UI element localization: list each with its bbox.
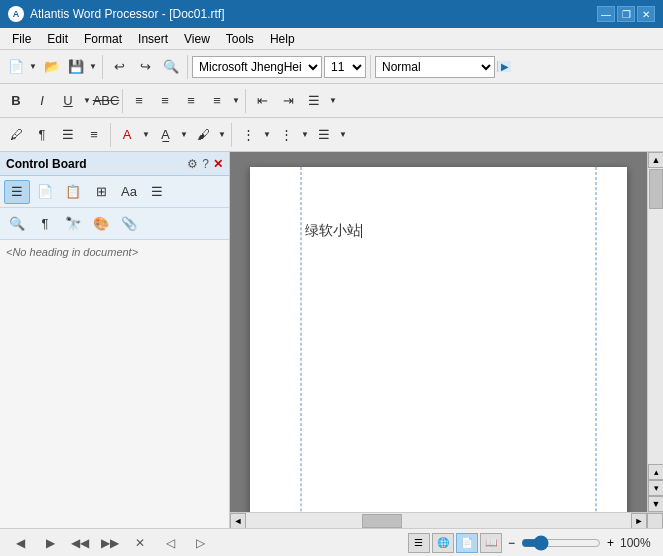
document-text[interactable]: 绿软小站 [305,222,362,240]
cb-clip-btn[interactable]: 📎 [116,212,142,236]
nav-prev2[interactable]: ◀◀ [68,532,92,554]
style-select[interactable]: Normal [375,56,495,78]
indent-right-button[interactable]: ⇥ [276,89,300,113]
view-reading[interactable]: 📖 [480,533,502,553]
hscroll-track[interactable] [246,513,631,528]
bold-button[interactable]: B [4,89,28,113]
document-page[interactable]: 绿软小站 [250,167,627,512]
settings-icon[interactable]: ⚙ [187,157,198,171]
brush-button[interactable]: 🖌 [191,123,215,147]
cb-list-btn[interactable]: ☰ [144,180,170,204]
list-arrow[interactable]: ▼ [328,89,338,113]
cb-outline-btn[interactable]: 📋 [60,180,86,204]
list3-button[interactable]: ≡ [82,123,106,147]
app-logo: A [8,6,24,22]
new-arrow[interactable]: ▼ [28,55,38,79]
nav-next1[interactable]: ▶ [38,532,62,554]
cb-style-btn[interactable]: Aa [116,180,142,204]
cb-table-btn[interactable]: ⊞ [88,180,114,204]
list-indent3[interactable]: ☰ [312,123,336,147]
nav-stop[interactable]: ✕ [128,532,152,554]
list-indent1-arrow[interactable]: ▼ [262,123,272,147]
find-button[interactable]: 🔍 [159,55,183,79]
align-arrow[interactable]: ▼ [231,89,241,113]
view-print[interactable]: 📄 [456,533,478,553]
align-justify-button[interactable]: ≡ [205,89,229,113]
new-button[interactable]: 📄 [4,55,28,79]
indent-left-button[interactable]: ⇤ [250,89,274,113]
redo-button[interactable]: ↪ [133,55,157,79]
font-color-button[interactable]: A [115,123,139,147]
toolbar-expand[interactable]: ▶ [497,61,511,72]
hscroll-thumb[interactable] [362,514,402,528]
menu-view[interactable]: View [176,30,218,48]
close-button[interactable]: ✕ [637,6,655,22]
nav-next2[interactable]: ▶▶ [98,532,122,554]
separator4 [122,89,123,113]
restore-button[interactable]: ❐ [617,6,635,22]
minimize-button[interactable]: — [597,6,615,22]
font-name-select[interactable]: Microsoft JhengHei [192,56,322,78]
cb-doc-btn[interactable]: 📄 [32,180,58,204]
status-left: ◀ ▶ ◀◀ ▶▶ ✕ ◁ ▷ [8,532,212,554]
menu-help[interactable]: Help [262,30,303,48]
view-web[interactable]: 🌐 [432,533,454,553]
align-center-button[interactable]: ≡ [153,89,177,113]
zoom-slider[interactable] [521,535,601,551]
menu-insert[interactable]: Insert [130,30,176,48]
open-button[interactable]: 📂 [40,55,64,79]
scroll-track[interactable] [648,168,663,464]
view-draft[interactable]: ☰ [408,533,430,553]
zoom-plus[interactable]: + [607,536,614,550]
list-button[interactable]: ☰ [302,89,326,113]
list2-button[interactable]: ☰ [56,123,80,147]
zoom-minus[interactable]: − [508,536,515,550]
logo-letter: A [13,9,20,19]
save-arrow[interactable]: ▼ [88,55,98,79]
brush-arrow[interactable]: ▼ [217,123,227,147]
text-cursor [361,224,362,238]
hscroll-right-button[interactable]: ► [631,513,647,529]
undo-button[interactable]: ↩ [107,55,131,79]
margin-right [595,167,597,512]
scroll-up-button[interactable]: ▲ [648,152,663,168]
strikethrough-button[interactable]: ABC [94,89,118,113]
menu-edit[interactable]: Edit [39,30,76,48]
font-size-select[interactable]: 11 [324,56,366,78]
underline-arrow[interactable]: ▼ [82,89,92,113]
list-indent1[interactable]: ⋮ [236,123,260,147]
cb-find2-btn[interactable]: 🔭 [60,212,86,236]
list-indent3-arrow[interactable]: ▼ [338,123,348,147]
scroll-pg-dn[interactable]: ▾ [648,480,663,496]
scroll-pg-up[interactable]: ▴ [648,464,663,480]
cb-close-icon[interactable]: ✕ [213,157,223,171]
italic-button[interactable]: I [30,89,54,113]
menubar: File Edit Format Insert View Tools Help [0,28,663,50]
nav-prev3[interactable]: ◁ [158,532,182,554]
cb-zoom-btn[interactable]: 🔍 [4,212,30,236]
underline-button[interactable]: U [56,89,80,113]
menu-tools[interactable]: Tools [218,30,262,48]
cb-color2-btn[interactable]: 🎨 [88,212,114,236]
scroll-thumb[interactable] [649,169,663,209]
nav-prev1[interactable]: ◀ [8,532,32,554]
menu-format[interactable]: Format [76,30,130,48]
list-indent2[interactable]: ⋮ [274,123,298,147]
hscroll-left-button[interactable]: ◄ [230,513,246,529]
align-left-button[interactable]: ≡ [127,89,151,113]
editor-scroll[interactable]: 绿软小站 [230,152,647,512]
highlight-button[interactable]: 🖊 [4,123,28,147]
align-right-button[interactable]: ≡ [179,89,203,113]
bg-color-arrow[interactable]: ▼ [179,123,189,147]
para-button[interactable]: ¶ [30,123,54,147]
cb-heading-btn[interactable]: ☰ [4,180,30,204]
menu-file[interactable]: File [4,30,39,48]
help-icon[interactable]: ? [202,157,209,171]
nav-next3[interactable]: ▷ [188,532,212,554]
save-button[interactable]: 💾 [64,55,88,79]
list-indent2-arrow[interactable]: ▼ [300,123,310,147]
bg-color-button[interactable]: A̲ [153,123,177,147]
scroll-down-button[interactable]: ▼ [648,496,663,512]
font-color-arrow[interactable]: ▼ [141,123,151,147]
cb-para-btn[interactable]: ¶ [32,212,58,236]
